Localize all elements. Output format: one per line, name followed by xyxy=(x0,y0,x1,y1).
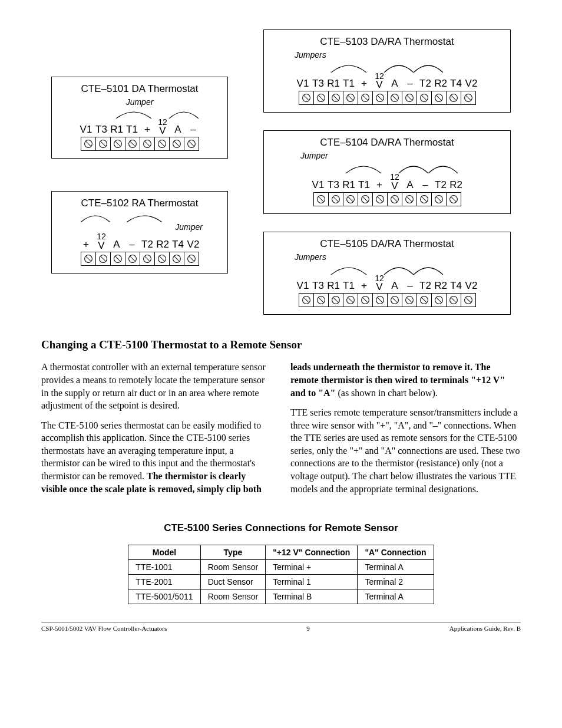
svg-line-35 xyxy=(319,95,323,100)
svg-line-33 xyxy=(304,95,309,100)
screw-terminal-icon xyxy=(314,193,329,206)
svg-line-73 xyxy=(437,197,441,202)
section-heading: Changing a CTE-5100 Thermostat to a Remo… xyxy=(41,338,521,351)
screw-terminal-icon xyxy=(81,137,96,150)
svg-line-19 xyxy=(101,256,105,261)
table-cell: Terminal + xyxy=(266,560,358,575)
screw-terminal-icon xyxy=(432,294,447,307)
svg-line-91 xyxy=(407,298,412,302)
table-heading: CTE-5100 Series Connections for Remote S… xyxy=(41,522,521,534)
svg-line-23 xyxy=(130,256,135,261)
svg-line-29 xyxy=(174,256,179,261)
thermostat-title: CTE–5104 DA/RA Thermostat xyxy=(271,137,503,149)
jumper-arc-icon xyxy=(296,263,478,275)
svg-line-63 xyxy=(363,197,368,202)
svg-line-51 xyxy=(437,95,441,100)
paragraph-3: TTE series remote temperature sensor/tra… xyxy=(290,406,521,495)
svg-line-69 xyxy=(407,197,412,202)
jumper-label: Jumper xyxy=(59,222,220,232)
thermostat-box-5103: CTE–5103 DA/RA Thermostat Jumpers V1T3R1… xyxy=(263,29,511,113)
svg-line-93 xyxy=(422,298,427,302)
screw-terminal-icon xyxy=(299,294,314,307)
table-cell: Room Sensor xyxy=(200,589,266,604)
table-header: Model xyxy=(128,545,200,560)
screw-terminal-icon xyxy=(417,91,432,104)
table-header: Type xyxy=(200,545,266,560)
terminal-labels: V1T3R1T1+12VA– xyxy=(59,118,220,136)
screw-terminal-icon xyxy=(96,252,111,265)
screw-terminal-icon xyxy=(111,137,125,150)
screw-terminal-icon xyxy=(81,252,96,265)
thermostat-box-5101: CTE–5101 DA Thermostat Jumper V1T3R1T1+1… xyxy=(51,77,228,159)
screw-terminal-icon xyxy=(314,294,329,307)
svg-line-53 xyxy=(451,95,456,100)
screw-terminal-icon xyxy=(329,193,343,206)
table-header: "A" Connection xyxy=(358,545,434,560)
screw-terminal-icon xyxy=(170,137,184,150)
table-cell: Duct Sensor xyxy=(200,575,266,589)
diagram-grid: CTE–5101 DA Thermostat Jumper V1T3R1T1+1… xyxy=(41,29,521,315)
svg-line-81 xyxy=(333,298,338,302)
screw-terminal-icon xyxy=(343,193,358,206)
svg-line-49 xyxy=(422,95,427,100)
svg-line-3 xyxy=(101,141,105,146)
screw-terminal-icon xyxy=(170,252,184,265)
svg-line-67 xyxy=(392,197,397,202)
jumper-arc-icon xyxy=(310,162,464,173)
screw-terminal-icon xyxy=(402,193,417,206)
svg-line-77 xyxy=(304,298,309,302)
svg-line-1 xyxy=(86,141,91,146)
page-footer: CSP-5001/5002 VAV Flow Controller-Actuat… xyxy=(41,622,521,632)
svg-line-25 xyxy=(145,256,150,261)
table-header-row: Model Type "+12 V" Connection "A" Connec… xyxy=(128,545,434,560)
screw-terminal-icon xyxy=(417,294,432,307)
svg-line-45 xyxy=(392,95,397,100)
footer-page-number: 9 xyxy=(306,625,310,632)
svg-line-47 xyxy=(407,95,412,100)
svg-line-37 xyxy=(333,95,338,100)
table-cell: Terminal 1 xyxy=(266,575,358,589)
screw-row xyxy=(313,192,461,206)
screw-terminal-icon xyxy=(417,193,432,206)
table-row: TTE-2001Duct SensorTerminal 1Terminal 2 xyxy=(128,575,434,589)
table-cell: Room Sensor xyxy=(200,560,266,575)
thermostat-title: CTE–5102 RA Thermostat xyxy=(59,197,220,209)
screw-terminal-icon xyxy=(111,252,125,265)
terminal-labels: V1T3R1T1+12VA–T2R2T4V2 xyxy=(271,275,503,292)
thermostat-box-5102: CTE–5102 RA Thermostat Jumper +12VA–T2R2… xyxy=(51,191,228,273)
svg-line-89 xyxy=(392,298,397,302)
footer-right: Applications Guide, Rev. B xyxy=(449,625,521,632)
svg-line-65 xyxy=(378,197,382,202)
screw-terminal-icon xyxy=(140,252,155,265)
document-page: CTE–5101 DA Thermostat Jumper V1T3R1T1+1… xyxy=(0,0,562,650)
screw-terminal-icon xyxy=(388,91,402,104)
screw-terminal-icon xyxy=(343,294,358,307)
screw-terminal-icon xyxy=(314,91,329,104)
svg-line-87 xyxy=(378,298,382,302)
svg-line-13 xyxy=(174,141,179,146)
screw-terminal-icon xyxy=(373,294,388,307)
screw-terminal-icon xyxy=(125,137,140,150)
svg-line-99 xyxy=(466,298,471,302)
screw-terminal-icon xyxy=(373,193,388,206)
svg-line-79 xyxy=(319,298,323,302)
svg-line-61 xyxy=(348,197,353,202)
screw-terminal-icon xyxy=(358,193,373,206)
screw-terminal-icon xyxy=(447,91,461,104)
terminal-labels: +12VA–T2R2T4V2 xyxy=(59,233,220,250)
svg-line-11 xyxy=(160,141,164,146)
thermostat-box-5105: CTE–5105 DA/RA Thermostat Jumpers V1T3R1… xyxy=(263,232,511,315)
screw-terminal-icon xyxy=(96,137,111,150)
svg-line-41 xyxy=(363,95,368,100)
thermostat-title: CTE–5105 DA/RA Thermostat xyxy=(271,238,503,250)
terminal-labels: V1T3R1T1+12VA–T2R2 xyxy=(271,173,503,190)
svg-line-55 xyxy=(466,95,471,100)
screw-terminal-icon xyxy=(358,91,373,104)
table-cell: Terminal B xyxy=(266,589,358,604)
footer-left: CSP-5001/5002 VAV Flow Controller-Actuat… xyxy=(41,625,167,632)
screw-row xyxy=(81,252,199,266)
svg-line-5 xyxy=(115,141,120,146)
screw-terminal-icon xyxy=(184,137,199,150)
screw-terminal-icon xyxy=(402,91,417,104)
svg-line-57 xyxy=(319,197,323,202)
